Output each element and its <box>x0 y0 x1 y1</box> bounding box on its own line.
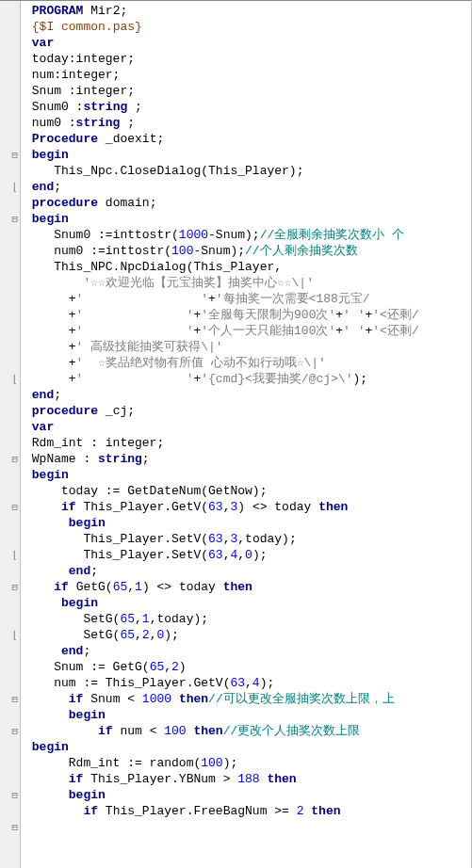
code-line[interactable]: This_Player.SetV(63,3,today); <box>24 531 471 547</box>
gutter-row[interactable]: ⊟ <box>0 499 20 515</box>
code-line[interactable]: Snum := GetG(65,2) <box>24 659 471 675</box>
token: num0 :=inttostr( <box>24 244 171 258</box>
token: 65 <box>120 628 135 642</box>
token: num0 : <box>24 116 76 130</box>
token: //更改个人抽奖次数上限 <box>223 724 361 738</box>
code-line[interactable]: +' '+'个人一天只能抽100次'+' '+'<还剩/ <box>24 323 471 339</box>
gutter-row[interactable]: ⌊ <box>0 179 20 195</box>
fold-toggle-icon[interactable]: ⊟ <box>11 453 18 465</box>
token: '<还剩/ <box>372 308 418 322</box>
gutter-row <box>0 243 20 259</box>
code-line[interactable]: if This_Player.FreeBagNum >= 2 then <box>24 803 471 819</box>
code-line[interactable]: +' '+'{cmd}<我要抽奖/@cj>\'); <box>24 371 471 387</box>
gutter-row[interactable]: ⊟ <box>0 579 20 595</box>
token: then <box>311 804 340 818</box>
gutter-row[interactable]: ⊟ <box>0 819 20 835</box>
code-line[interactable]: This_Player.SetV(63,4,0); <box>24 547 471 563</box>
fold-end-icon: ⌊ <box>11 549 18 561</box>
token: if <box>69 772 84 786</box>
code-line[interactable]: {$I common.pas} <box>24 19 471 35</box>
fold-toggle-icon[interactable]: ⊟ <box>11 725 18 737</box>
code-line[interactable]: end; <box>24 643 471 659</box>
token: if <box>54 580 69 594</box>
code-line[interactable]: if Snum < 1000 then//可以更改全服抽奖次数上限，上 <box>24 691 471 707</box>
code-line[interactable]: SetG(65,1,today); <box>24 611 471 627</box>
code-line[interactable]: procedure domain; <box>24 195 471 211</box>
token: 63 <box>230 676 245 690</box>
code-line[interactable]: Procedure _doexit; <box>24 131 471 147</box>
token: ,today); <box>237 532 296 546</box>
code-line[interactable]: begin <box>24 595 471 611</box>
fold-toggle-icon[interactable]: ⊟ <box>11 501 18 513</box>
code-line[interactable]: if num < 100 then//更改个人抽奖次数上限 <box>24 723 471 739</box>
code-line[interactable]: num := This_Player.GetV(63,4); <box>24 675 471 691</box>
fold-toggle-icon[interactable]: ⊟ <box>11 149 18 161</box>
fold-toggle-icon[interactable]: ⊟ <box>11 693 18 705</box>
token: + <box>24 324 76 338</box>
code-line[interactable]: Snum0 :string ; <box>24 99 471 115</box>
code-line[interactable]: Rdm_int := random(100); <box>24 755 471 771</box>
code-line[interactable]: SetG(65,2,0); <box>24 627 471 643</box>
code-line[interactable]: WpName : string; <box>24 451 471 467</box>
code-line[interactable]: today := GetDateNum(GetNow); <box>24 483 471 499</box>
fold-toggle-icon[interactable]: ⊟ <box>11 789 18 801</box>
code-line[interactable]: procedure _cj; <box>24 403 471 419</box>
code-line[interactable]: +' ☆奖品绝对物有所值 心动不如行动哦☆\|' <box>24 355 471 371</box>
code-line[interactable]: begin <box>24 739 471 755</box>
fold-toggle-icon[interactable]: ⊟ <box>11 213 18 225</box>
gutter-row[interactable]: ⌊ <box>0 627 20 643</box>
fold-toggle-icon[interactable]: ⊟ <box>11 821 18 833</box>
code-line[interactable] <box>24 819 471 835</box>
code-area[interactable]: PROGRAM Mir2; {$I common.pas} var today:… <box>21 1 471 868</box>
code-line[interactable]: var <box>24 35 471 51</box>
code-line[interactable]: This_Npc.CloseDialog(This_Player); <box>24 163 471 179</box>
code-line[interactable]: Rdm_int : integer; <box>24 435 471 451</box>
code-line[interactable]: begin <box>24 467 471 483</box>
gutter-row[interactable]: ⌊ <box>0 547 20 563</box>
token <box>24 692 69 706</box>
code-line[interactable]: This_NPC.NpcDialog(This_Player, <box>24 259 471 275</box>
code-line[interactable]: if GetG(65,1) <> today then <box>24 579 471 595</box>
code-line[interactable]: begin <box>24 787 471 803</box>
code-line[interactable]: today:integer; <box>24 51 471 67</box>
code-line[interactable]: PROGRAM Mir2; <box>24 3 471 19</box>
code-line[interactable]: end; <box>24 179 471 195</box>
token <box>24 788 69 802</box>
fold-toggle-icon[interactable]: ⊟ <box>11 581 18 593</box>
token: 1 <box>142 612 150 626</box>
code-line[interactable]: +' 高级技能抽奖可获得\|' <box>24 339 471 355</box>
token: end <box>69 564 90 578</box>
token: ' ' <box>76 372 194 386</box>
gutter-row[interactable]: ⊟ <box>0 787 20 803</box>
code-line[interactable]: +' '+'全服每天限制为900次'+' '+'<还剩/ <box>24 307 471 323</box>
code-line[interactable]: end; <box>24 387 471 403</box>
token: This_Player.GetV( <box>76 500 208 514</box>
code-line[interactable]: num:integer; <box>24 67 471 83</box>
gutter-row <box>0 51 20 67</box>
code-line[interactable]: var <box>24 419 471 435</box>
token: , <box>164 660 171 674</box>
code-line[interactable]: num0 :=inttostr(100-Snum);//个人剩余抽奖次数 <box>24 243 471 259</box>
code-line[interactable]: num0 :string ; <box>24 115 471 131</box>
gutter-row[interactable]: ⊟ <box>0 723 20 739</box>
code-line[interactable]: if This_Player.YBNum > 188 then <box>24 771 471 787</box>
code-line[interactable]: Snum0 :=inttostr(1000-Snum);//全服剩余抽奖次数小 … <box>24 227 471 243</box>
code-line[interactable]: end; <box>24 563 471 579</box>
code-line[interactable]: begin <box>24 211 471 227</box>
code-line[interactable]: +' '+'每抽奖一次需要<188元宝/ <box>24 291 471 307</box>
gutter-row <box>0 467 20 483</box>
token <box>24 212 32 226</box>
code-line[interactable]: Snum :integer; <box>24 83 471 99</box>
code-line[interactable]: if This_Player.GetV(63,3) <> today then <box>24 499 471 515</box>
gutter-row[interactable]: ⊟ <box>0 451 20 467</box>
gutter-row[interactable]: ⊟ <box>0 691 20 707</box>
gutter-row[interactable]: ⊟ <box>0 147 20 163</box>
token: + <box>335 308 343 322</box>
gutter-row <box>0 83 20 99</box>
code-line[interactable]: begin <box>24 707 471 723</box>
gutter-row[interactable]: ⊟ <box>0 211 20 227</box>
code-line[interactable]: '☆☆欢迎光临【元宝抽奖】抽奖中心☆☆\|' <box>24 275 471 291</box>
gutter-row[interactable]: ⌊ <box>0 371 20 387</box>
code-line[interactable]: begin <box>24 147 471 163</box>
code-line[interactable]: begin <box>24 515 471 531</box>
